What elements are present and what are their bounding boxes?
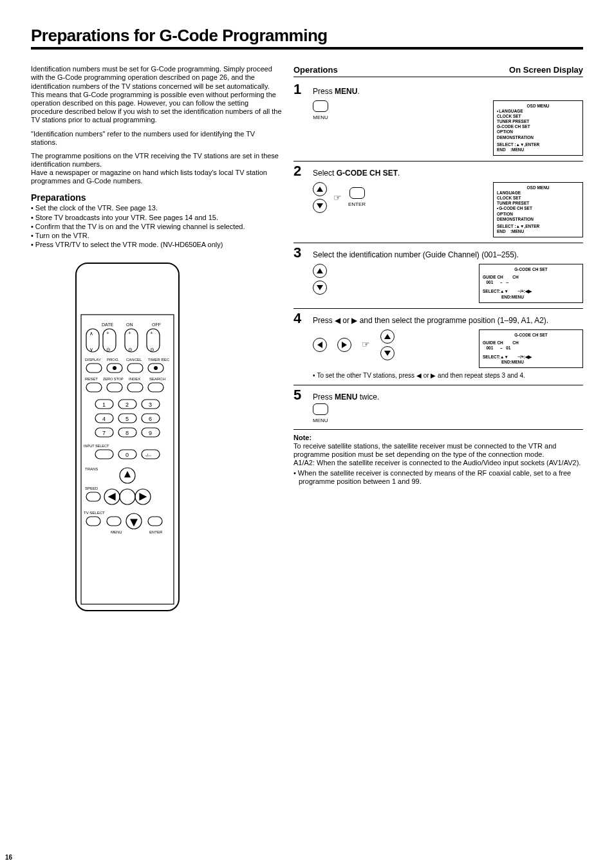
- svg-text:⊝: ⊝: [106, 347, 111, 353]
- svg-text:SPEED: SPEED: [85, 486, 98, 490]
- svg-text:+: +: [150, 330, 153, 336]
- intro-text: Identification numbers must be set for G…: [31, 65, 282, 185]
- svg-text:CANCEL: CANCEL: [126, 358, 142, 362]
- svg-rect-32: [107, 383, 122, 392]
- enter-button-icon: [349, 187, 365, 199]
- osd-screen-1: OSD MENU LANGUAGE CLOCK SET TUNER PRESET…: [493, 100, 583, 156]
- title-rule: [31, 47, 583, 50]
- note-label: Note:: [293, 434, 583, 442]
- preparations-list: Set the clock of the VTR. See page 13. S…: [31, 204, 282, 249]
- note-line: To receive satellite stations, the satel…: [293, 442, 583, 459]
- up-arrow-icon: [380, 329, 395, 344]
- svg-text:DATE: DATE: [102, 322, 113, 327]
- svg-marker-65: [109, 494, 115, 500]
- svg-text:3: 3: [149, 402, 152, 408]
- note-block: Note: To receive satellite stations, the…: [293, 434, 583, 486]
- svg-point-26: [154, 366, 158, 370]
- svg-point-25: [113, 366, 116, 370]
- down-arrow-icon: [313, 199, 327, 213]
- svg-rect-33: [127, 383, 143, 392]
- osd-screen-4: G-CODE CH SET GUIDE CH CH 001 – 01 SELEC…: [479, 329, 583, 369]
- svg-rect-63: [86, 492, 100, 501]
- prep-item: Confirm that the TV is on and the VTR vi…: [31, 223, 282, 231]
- osd-screen-3: G-CODE CH SET GUIDE CH CH 001 – -- SELEC…: [479, 264, 583, 303]
- intro-p4: Have a newspaper or magazine on hand whi…: [31, 169, 282, 185]
- step-number: 4: [293, 311, 306, 326]
- svg-text:5: 5: [126, 416, 129, 422]
- step-number: 2: [293, 164, 306, 178]
- step-text: Press MENU twice.: [313, 392, 583, 402]
- up-arrow-icon: [313, 182, 327, 196]
- svg-text:ZERO STOP: ZERO STOP: [103, 377, 124, 381]
- svg-text:7: 7: [102, 430, 106, 436]
- right-arrow-icon: [337, 338, 351, 352]
- svg-text:4: 4: [102, 416, 106, 422]
- svg-text:SEARCH: SEARCH: [149, 377, 165, 381]
- operations-label: Operations: [293, 65, 338, 75]
- intro-p3: The programme positions on the VTR recei…: [31, 152, 282, 169]
- svg-point-66: [120, 489, 135, 504]
- svg-text:9: 9: [149, 430, 152, 436]
- svg-rect-70: [86, 517, 100, 526]
- svg-marker-68: [140, 494, 146, 500]
- note-bullet: When the satellite receiver is connected…: [293, 469, 583, 486]
- svg-text:TRANS: TRANS: [85, 467, 98, 471]
- step-text: Select G-CODE CH SET.: [313, 169, 583, 178]
- menu-button-label: MENU: [313, 115, 328, 121]
- up-arrow-icon: [313, 264, 327, 278]
- svg-text:6: 6: [149, 416, 152, 422]
- svg-rect-34: [148, 383, 163, 392]
- osd-screen-2: OSD MENU LANGUAGE CLOCK SET TUNER PRESET…: [493, 182, 583, 237]
- svg-text:⊝: ⊝: [150, 347, 154, 353]
- svg-text:MENU: MENU: [111, 530, 122, 534]
- svg-text:∧: ∧: [89, 331, 93, 337]
- svg-rect-71: [107, 517, 121, 526]
- page-title: Preparations for G-Code Programming: [31, 26, 583, 46]
- step-text: Select the identification number (Guide …: [313, 250, 583, 259]
- prep-item: Set the clock of the VTR. See page 13.: [31, 204, 282, 212]
- svg-text:-/--: -/--: [145, 453, 152, 457]
- step-1: 1 Press MENU. MENU OSD MENU LANGUAGE CLO…: [293, 80, 583, 162]
- step-4: 4 Press ◀ or ▶ and then select the progr…: [293, 309, 583, 385]
- svg-text:INDEX: INDEX: [129, 377, 140, 381]
- svg-text:2: 2: [126, 402, 129, 408]
- svg-text:RESET: RESET: [85, 377, 98, 381]
- note-line: A1/A2: When the satellite receiver is co…: [293, 459, 583, 467]
- menu-button-icon: [313, 403, 328, 415]
- step-text: Press ◀ or ▶ and then select the program…: [313, 316, 583, 325]
- svg-text:PROG.: PROG.: [107, 358, 120, 362]
- osd-label: On Screen Display: [509, 65, 583, 75]
- svg-text:INPUT SELECT: INPUT SELECT: [84, 444, 109, 448]
- down-arrow-icon: [313, 281, 327, 295]
- step-text: Press MENU.: [313, 87, 583, 96]
- svg-text:+: +: [106, 330, 109, 336]
- enter-button-label: ENTER: [348, 201, 366, 208]
- svg-rect-31: [86, 383, 102, 392]
- intro-p2: "Identification numbers" refer to the nu…: [31, 130, 282, 147]
- svg-text:8: 8: [126, 430, 129, 436]
- prep-item: Turn on the VTR.: [31, 232, 282, 240]
- svg-text:DISPLAY: DISPLAY: [85, 358, 101, 362]
- svg-marker-73: [131, 519, 137, 526]
- step-3: 3 Select the identification number (Guid…: [293, 243, 583, 309]
- svg-rect-23: [127, 364, 143, 373]
- svg-text:1: 1: [102, 402, 106, 408]
- down-arrow-icon: [380, 346, 395, 360]
- preparations-heading: Preparations: [31, 192, 282, 203]
- menu-button-icon: [313, 100, 328, 112]
- svg-marker-61: [124, 471, 131, 477]
- hand-icon: ☞: [333, 192, 342, 203]
- step-4-substep: To set the other TV stations, press ◀ or…: [293, 372, 583, 380]
- prep-item: Press VTR/TV to select the VTR mode. (NV…: [31, 241, 282, 249]
- hand-icon: ☞: [362, 339, 370, 350]
- svg-text:TV SELECT: TV SELECT: [84, 511, 105, 515]
- svg-rect-74: [148, 517, 162, 526]
- svg-rect-21: [86, 364, 102, 373]
- left-arrow-icon: [313, 338, 327, 352]
- svg-rect-54: [95, 450, 113, 459]
- step-number: 3: [293, 246, 306, 260]
- prep-item: Store TV broadcasts into your VTR. See p…: [31, 214, 282, 222]
- step-number: 5: [293, 388, 306, 402]
- svg-text:OFF: OFF: [152, 322, 161, 327]
- svg-text:⊝: ⊝: [128, 347, 133, 353]
